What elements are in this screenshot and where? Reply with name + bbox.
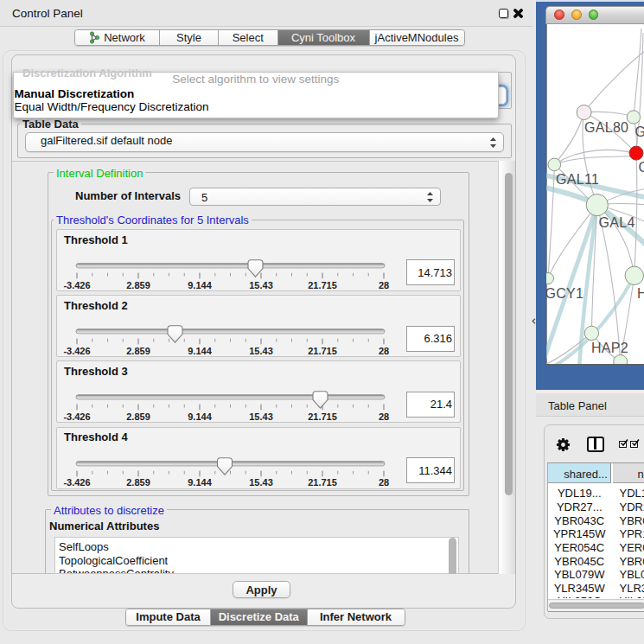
svg-text:GAL11: GAL11 xyxy=(556,171,599,186)
svg-text:GCY1: GCY1 xyxy=(546,286,583,301)
svg-text:GA: GA xyxy=(635,124,644,139)
svg-text:GAL4: GAL4 xyxy=(599,215,635,230)
svg-text:GAL80: GAL80 xyxy=(584,119,628,134)
svg-text:HIS: HIS xyxy=(637,286,644,301)
svg-text:CD: CD xyxy=(639,160,644,175)
svg-text:HAP2: HAP2 xyxy=(591,341,628,355)
